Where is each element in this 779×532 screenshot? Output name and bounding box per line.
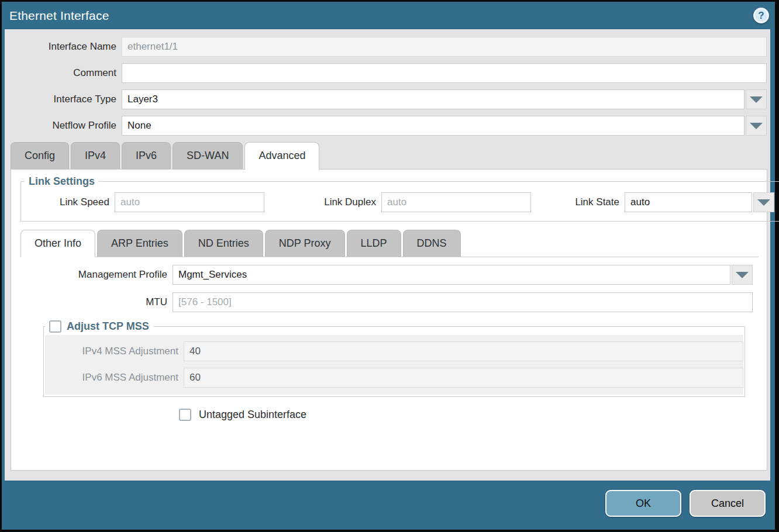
tab-sdwan[interactable]: SD-WAN bbox=[173, 142, 243, 169]
ipv6-mss-field bbox=[184, 368, 743, 388]
ipv4-mss-row: IPv4 MSS Adjustment bbox=[45, 341, 743, 361]
interface-type-label: Interface Type bbox=[5, 94, 122, 105]
link-settings-legend: Link Settings bbox=[25, 175, 99, 188]
netflow-profile-dropdown-button[interactable] bbox=[746, 116, 767, 136]
chevron-down-icon bbox=[736, 272, 749, 278]
adjust-tcp-mss-legend-text: Adjust TCP MSS bbox=[67, 320, 149, 333]
link-speed-label: Link Speed bbox=[21, 196, 115, 208]
chevron-down-icon bbox=[757, 199, 770, 206]
untagged-subinterface-row: Untagged Subinterface bbox=[179, 409, 759, 421]
interface-type-row: Interface Type bbox=[5, 89, 767, 109]
management-profile-row: Management Profile bbox=[20, 265, 753, 285]
other-info-panel: Management Profile MTU bbox=[20, 257, 759, 421]
ipv6-mss-label: IPv6 MSS Adjustment bbox=[45, 372, 184, 384]
adjust-tcp-mss-legend: Adjust TCP MSS bbox=[45, 320, 153, 333]
link-state-field[interactable] bbox=[625, 192, 752, 212]
tab-advanced[interactable]: Advanced bbox=[244, 142, 319, 170]
link-speed-field[interactable] bbox=[115, 192, 264, 212]
chevron-down-icon bbox=[750, 96, 763, 103]
chevron-down-icon bbox=[750, 123, 763, 129]
mtu-label: MTU bbox=[20, 296, 173, 308]
tab-nd-entries[interactable]: ND Entries bbox=[184, 230, 263, 257]
tab-config[interactable]: Config bbox=[11, 142, 69, 169]
untagged-subinterface-label: Untagged Subinterface bbox=[199, 409, 306, 421]
management-profile-dropdown-button[interactable] bbox=[732, 265, 753, 285]
tab-other-info[interactable]: Other Info bbox=[20, 230, 95, 257]
comment-row: Comment bbox=[5, 63, 767, 83]
ipv4-mss-label: IPv4 MSS Adjustment bbox=[45, 346, 184, 357]
help-icon[interactable]: ? bbox=[753, 8, 769, 23]
mtu-row: MTU bbox=[20, 292, 753, 312]
ipv6-mss-row: IPv6 MSS Adjustment bbox=[45, 368, 743, 388]
inner-tab-strip: Other Info ARP Entries ND Entries NDP Pr… bbox=[20, 230, 767, 257]
comment-label: Comment bbox=[5, 67, 122, 79]
cancel-button[interactable]: Cancel bbox=[690, 490, 766, 517]
link-duplex-field[interactable] bbox=[381, 192, 531, 212]
advanced-tab-panel: Link Settings Link Speed Link Duplex Lin… bbox=[11, 169, 767, 471]
interface-type-dropdown-button[interactable] bbox=[746, 89, 767, 109]
link-duplex-label: Link Duplex bbox=[292, 196, 381, 208]
management-profile-label: Management Profile bbox=[20, 269, 173, 281]
tab-arp-entries[interactable]: ARP Entries bbox=[97, 230, 182, 257]
mtu-field[interactable] bbox=[173, 292, 753, 312]
netflow-profile-field[interactable] bbox=[122, 116, 744, 136]
ok-button[interactable]: OK bbox=[605, 490, 681, 517]
dialog-title: Ethernet Interface bbox=[9, 9, 109, 23]
mss-fields-box: IPv4 MSS Adjustment IPv6 MSS Adjustment bbox=[45, 335, 743, 395]
management-profile-field[interactable] bbox=[173, 265, 730, 285]
link-settings-fieldset: Link Settings Link Speed Link Duplex Lin… bbox=[20, 175, 779, 222]
netflow-profile-label: Netflow Profile bbox=[5, 120, 122, 132]
interface-name-label: Interface Name bbox=[5, 41, 122, 53]
adjust-tcp-mss-checkbox[interactable] bbox=[49, 320, 61, 333]
adjust-tcp-mss-fieldset: Adjust TCP MSS IPv4 MSS Adjustment IPv6 … bbox=[43, 320, 745, 397]
link-state-dropdown-button[interactable] bbox=[753, 192, 774, 212]
interface-type-field[interactable] bbox=[122, 89, 744, 109]
tab-lldp[interactable]: LLDP bbox=[347, 230, 401, 257]
link-state-label: Link State bbox=[566, 196, 625, 208]
link-settings-row: Link Speed Link Duplex Link State bbox=[21, 192, 774, 212]
main-tab-strip: Config IPv4 IPv6 SD-WAN Advanced bbox=[5, 142, 770, 169]
tab-ipv4[interactable]: IPv4 bbox=[71, 142, 120, 169]
dialog-titlebar: Ethernet Interface ? bbox=[2, 2, 775, 29]
tab-ndp-proxy[interactable]: NDP Proxy bbox=[265, 230, 345, 257]
tab-ipv6[interactable]: IPv6 bbox=[122, 142, 171, 169]
netflow-profile-row: Netflow Profile bbox=[5, 116, 767, 136]
ethernet-interface-dialog: Ethernet Interface ? Interface Name Comm… bbox=[2, 2, 775, 530]
interface-name-row: Interface Name bbox=[5, 37, 767, 57]
untagged-subinterface-checkbox[interactable] bbox=[179, 409, 191, 421]
dialog-body: Interface Name Comment Interface Type Ne… bbox=[5, 29, 770, 481]
dialog-footer: OK Cancel bbox=[2, 481, 775, 530]
interface-name-field bbox=[122, 37, 767, 57]
ipv4-mss-field bbox=[184, 341, 743, 361]
comment-field[interactable] bbox=[122, 63, 767, 83]
tab-ddns[interactable]: DDNS bbox=[403, 230, 461, 257]
